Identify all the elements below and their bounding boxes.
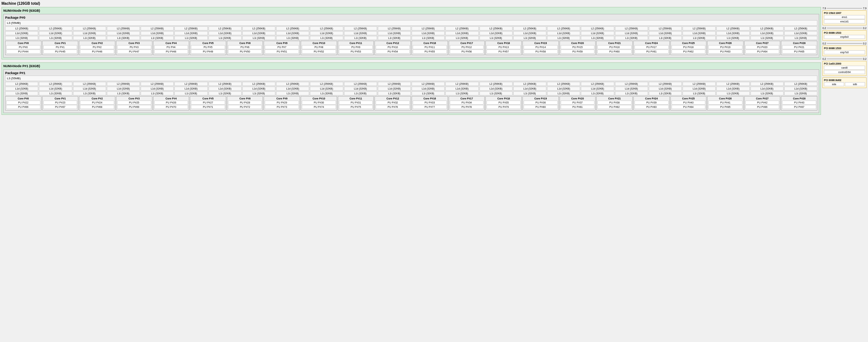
pu-box: PU P#52 <box>302 50 336 54</box>
pu-box: PU P#18 <box>672 45 706 49</box>
pci-title: PCI 15b3:1007 <box>824 12 865 14</box>
numa1-title: NUMANode P#1 (63GB) <box>3 64 819 68</box>
l1i-cell: L1i (32KB) <box>39 91 72 95</box>
l2-cell: L2 (256KB) <box>276 26 309 30</box>
machine-container: Machine (126GB total) NUMANode P#0 (63GB… <box>1 1 867 118</box>
pu-box: PU P#34 <box>450 101 484 105</box>
l1d-cell: L1d (32KB) <box>547 31 580 35</box>
core-box: Core P#11PU P#31PU P#75 <box>338 96 374 110</box>
l2-cell: L2 (256KB) <box>784 26 817 30</box>
core-box: Core P#26PU P#19PU P#63 <box>707 41 744 55</box>
l2-cell: L2 (256KB) <box>242 26 275 30</box>
core-box: Core P#17PU P#12PU P#56 <box>449 41 485 55</box>
core-label: Core P#0 <box>6 42 40 44</box>
l1i-cell: L1i (32KB) <box>276 36 309 40</box>
core-row-0: Core P#0PU P#0PU P#44Core P#1PU P#1PU P#… <box>5 41 817 55</box>
l1d-cell: L1d (32KB) <box>174 31 207 35</box>
l2-cell: L2 (256KB) <box>480 26 513 30</box>
pu-box: PU P#50 <box>228 50 262 54</box>
pu-box: PU P#75 <box>339 105 373 109</box>
l1i-cell: L1i (32KB) <box>412 36 445 40</box>
core-label: Core P#4 <box>154 97 188 100</box>
core-box: Core P#5PU P#5PU P#49 <box>190 41 226 55</box>
pu-box: PU P#73 <box>265 105 299 109</box>
core-box: Core P#2PU P#2PU P#46 <box>79 41 115 55</box>
l2-cell: L2 (256KB) <box>344 82 377 86</box>
core-label: Core P#27 <box>745 42 780 44</box>
l1i-cell: L1i (32KB) <box>209 91 242 95</box>
l1i-row-0: L1i (32KB)L1i (32KB)L1i (32KB)L1i (32KB)… <box>5 36 817 40</box>
core-label: Core P#27 <box>745 97 780 100</box>
package-0: Package P#0 L3 (55MB) L2 (256KB)L2 (256K… <box>3 14 819 58</box>
l2-cell: L2 (256KB) <box>73 82 106 86</box>
pu-box: PU P#48 <box>154 50 188 54</box>
core-label: Core P#9 <box>265 42 299 44</box>
l1i-cell: L1i (32KB) <box>378 91 411 95</box>
l1d-cell: L1d (32KB) <box>276 87 309 91</box>
l1d-cell: L1d (32KB) <box>480 31 513 35</box>
pu-box: PU P#54 <box>376 50 410 54</box>
bw-label: 0.2 <box>822 42 826 45</box>
l1d-cell: L1d (32KB) <box>513 87 546 91</box>
l2-cell: L2 (256KB) <box>310 26 343 30</box>
l1d-cell: L1d (32KB) <box>5 87 38 91</box>
l1d-cell: L1d (32KB) <box>716 31 749 35</box>
l1i-cell: L1i (32KB) <box>344 91 377 95</box>
l1i-cell: L1i (32KB) <box>683 36 716 40</box>
bw-label: 0.2 <box>822 27 826 29</box>
pu-box: PU P#16 <box>597 45 632 49</box>
pu-box: PU P#86 <box>745 105 780 109</box>
core-box: Core P#1PU P#23PU P#67 <box>42 96 79 110</box>
l1i-cell: L1i (32KB) <box>310 36 343 40</box>
pu-box: PU P#22 <box>6 101 40 105</box>
core-box: Core P#0PU P#0PU P#44 <box>5 41 41 55</box>
l2-cell: L2 (256KB) <box>716 26 749 30</box>
pu-box: PU P#37 <box>561 101 595 105</box>
pu-box: PU P#70 <box>154 105 188 109</box>
l1i-cell: L1i (32KB) <box>784 91 817 95</box>
l1d-cell: L1d (32KB) <box>581 87 614 91</box>
core-box: Core P#28PU P#43PU P#87 <box>781 96 817 110</box>
core-label: Core P#18 <box>487 42 521 44</box>
pu-box: PU P#20 <box>745 45 780 49</box>
core-box: Core P#16PU P#33PU P#77 <box>412 96 448 110</box>
l2-cell: L2 (256KB) <box>73 26 106 30</box>
l2-cell: L2 (256KB) <box>649 26 682 30</box>
l1i-cell: L1i (32KB) <box>5 91 38 95</box>
pu-box: PU P#31 <box>339 101 373 105</box>
pu-box: PU P#67 <box>43 105 77 109</box>
core-box: Core P#21PU P#16PU P#60 <box>596 41 633 55</box>
pu-box: PU P#14 <box>524 45 558 49</box>
core-label: Core P#3 <box>117 97 151 100</box>
l2-row-1: L2 (256KB)L2 (256KB)L2 (256KB)L2 (256KB)… <box>5 82 817 86</box>
l3-cache-1: L3 (55MB) <box>5 76 817 81</box>
pu-box: PU P#35 <box>487 101 521 105</box>
pu-box: PU P#84 <box>672 105 706 109</box>
l1i-cell: L1i (32KB) <box>39 36 72 40</box>
core-label: Core P#10 <box>302 97 336 100</box>
l2-cell: L2 (256KB) <box>310 82 343 86</box>
core-box: Core P#17PU P#34PU P#78 <box>449 96 485 110</box>
core-box: Core P#16PU P#11PU P#55 <box>412 41 448 55</box>
core-label: Core P#21 <box>597 42 632 44</box>
l1i-cell: L1i (32KB) <box>73 36 106 40</box>
l1d-cell: L1d (32KB) <box>412 31 445 35</box>
pu-box: PU P#53 <box>339 50 373 54</box>
core-label: Core P#17 <box>450 97 484 100</box>
l1d-cell: L1d (32KB) <box>39 31 72 35</box>
l1i-cell: L1i (32KB) <box>344 36 377 40</box>
core-label: Core P#1 <box>43 42 77 44</box>
l2-cell: L2 (256KB) <box>513 26 546 30</box>
core-label: Core P#9 <box>265 97 299 100</box>
bandwidth-row: 0.20.2 <box>822 58 867 60</box>
l2-cell: L2 (256KB) <box>141 82 174 86</box>
l2-cell: L2 (256KB) <box>751 82 784 86</box>
pci-device-pci_1a03_2000: 0.20.2PCI 1a03:2000card0controlD64 <box>822 58 867 76</box>
pu-box: PU P#82 <box>597 105 632 109</box>
pu-box: PU P#57 <box>487 50 521 54</box>
pci-device-pci_8086_1533_1: 0.20.2PCI 8086:1533enp6s0 <box>822 27 867 41</box>
l1i-cell: L1i (32KB) <box>412 91 445 95</box>
pu-box: PU P#41 <box>708 101 742 105</box>
bw-label: 0.2 <box>863 58 867 60</box>
l2-cell: L2 (256KB) <box>174 26 207 30</box>
